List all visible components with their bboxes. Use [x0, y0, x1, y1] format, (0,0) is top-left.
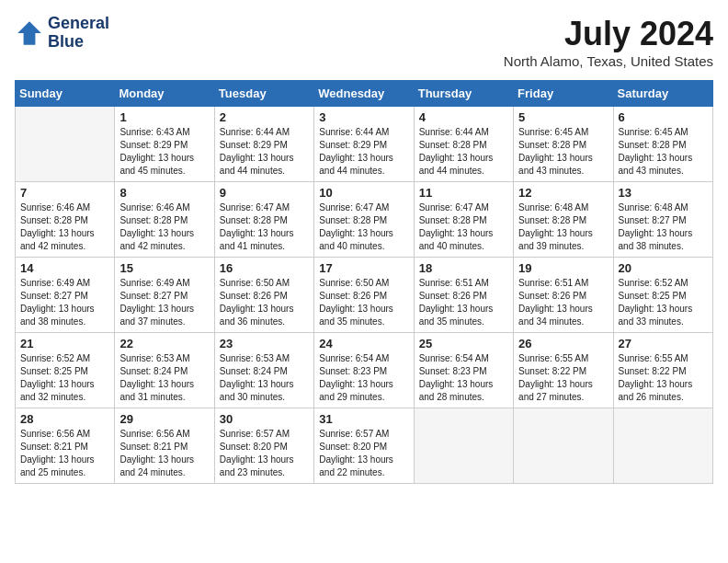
day-number: 7 — [20, 186, 109, 200]
cell-info: Sunrise: 6:56 AM Sunset: 8:21 PM Dayligh… — [20, 428, 109, 479]
calendar-table: SundayMondayTuesdayWednesdayThursdayFrid… — [15, 80, 713, 484]
calendar-cell: 12 Sunrise: 6:48 AM Sunset: 8:28 PM Dayl… — [514, 182, 613, 258]
calendar-cell: 9 Sunrise: 6:47 AM Sunset: 8:28 PM Dayli… — [214, 182, 313, 258]
cell-info: Sunrise: 6:44 AM Sunset: 8:29 PM Dayligh… — [220, 126, 309, 178]
cell-info: Sunrise: 6:50 AM Sunset: 8:26 PM Dayligh… — [220, 277, 309, 328]
calendar-cell: 10 Sunrise: 6:47 AM Sunset: 8:28 PM Dayl… — [314, 182, 414, 258]
calendar-cell: 27 Sunrise: 6:55 AM Sunset: 8:22 PM Dayl… — [613, 333, 712, 408]
cell-info: Sunrise: 6:49 AM Sunset: 8:27 PM Dayligh… — [119, 277, 209, 328]
calendar-cell: 17 Sunrise: 6:50 AM Sunset: 8:26 PM Dayl… — [314, 258, 414, 333]
svg-marker-0 — [17, 21, 41, 45]
calendar-week-row: 14 Sunrise: 6:49 AM Sunset: 8:27 PM Dayl… — [16, 258, 713, 333]
day-number: 4 — [419, 110, 508, 124]
day-number: 20 — [619, 261, 708, 275]
cell-info: Sunrise: 6:54 AM Sunset: 8:23 PM Dayligh… — [319, 352, 408, 404]
weekday-header: Monday — [115, 81, 214, 107]
weekday-header: Wednesday — [314, 81, 414, 107]
calendar-cell: 22 Sunrise: 6:53 AM Sunset: 8:24 PM Dayl… — [115, 333, 214, 408]
day-number: 22 — [119, 337, 209, 350]
cell-info: Sunrise: 6:50 AM Sunset: 8:26 PM Dayligh… — [319, 277, 408, 328]
calendar-cell: 7 Sunrise: 6:46 AM Sunset: 8:28 PM Dayli… — [16, 182, 115, 258]
calendar-cell: 1 Sunrise: 6:43 AM Sunset: 8:29 PM Dayli… — [115, 107, 214, 182]
calendar-cell: 15 Sunrise: 6:49 AM Sunset: 8:27 PM Dayl… — [115, 258, 214, 333]
day-number: 23 — [220, 337, 309, 350]
day-number: 8 — [119, 186, 209, 200]
day-number: 17 — [319, 261, 408, 275]
cell-info: Sunrise: 6:44 AM Sunset: 8:28 PM Dayligh… — [419, 126, 508, 178]
cell-info: Sunrise: 6:48 AM Sunset: 8:27 PM Dayligh… — [619, 201, 708, 253]
cell-info: Sunrise: 6:46 AM Sunset: 8:28 PM Dayligh… — [119, 201, 209, 253]
cell-info: Sunrise: 6:57 AM Sunset: 8:20 PM Dayligh… — [220, 428, 309, 479]
calendar-cell: 21 Sunrise: 6:52 AM Sunset: 8:25 PM Dayl… — [16, 333, 115, 408]
day-number: 14 — [20, 261, 109, 275]
day-number: 21 — [20, 337, 109, 350]
calendar-cell: 25 Sunrise: 6:54 AM Sunset: 8:23 PM Dayl… — [414, 333, 513, 408]
calendar-cell: 30 Sunrise: 6:57 AM Sunset: 8:20 PM Dayl… — [214, 408, 313, 484]
calendar-cell: 24 Sunrise: 6:54 AM Sunset: 8:23 PM Dayl… — [314, 333, 414, 408]
title-block: July 2024 North Alamo, Texas, United Sta… — [504, 15, 713, 69]
cell-info: Sunrise: 6:46 AM Sunset: 8:28 PM Dayligh… — [20, 201, 109, 253]
day-number: 3 — [319, 110, 408, 124]
weekday-header: Thursday — [414, 81, 513, 107]
calendar-cell — [514, 408, 613, 484]
weekday-header: Tuesday — [214, 81, 313, 107]
calendar-cell: 2 Sunrise: 6:44 AM Sunset: 8:29 PM Dayli… — [214, 107, 313, 182]
day-number: 10 — [319, 186, 408, 200]
calendar-cell: 29 Sunrise: 6:56 AM Sunset: 8:21 PM Dayl… — [115, 408, 214, 484]
day-number: 2 — [220, 110, 309, 124]
cell-info: Sunrise: 6:47 AM Sunset: 8:28 PM Dayligh… — [419, 201, 508, 253]
day-number: 29 — [119, 412, 209, 426]
logo: General Blue — [15, 15, 109, 52]
day-number: 28 — [20, 412, 109, 426]
cell-info: Sunrise: 6:45 AM Sunset: 8:28 PM Dayligh… — [518, 126, 608, 178]
calendar-cell: 19 Sunrise: 6:51 AM Sunset: 8:26 PM Dayl… — [514, 258, 613, 333]
day-number: 30 — [220, 412, 309, 426]
calendar-cell: 3 Sunrise: 6:44 AM Sunset: 8:29 PM Dayli… — [314, 107, 414, 182]
calendar-cell: 4 Sunrise: 6:44 AM Sunset: 8:28 PM Dayli… — [414, 107, 513, 182]
cell-info: Sunrise: 6:49 AM Sunset: 8:27 PM Dayligh… — [20, 277, 109, 328]
logo-text: General Blue — [48, 15, 109, 52]
day-number: 25 — [419, 337, 508, 350]
calendar-cell: 18 Sunrise: 6:51 AM Sunset: 8:26 PM Dayl… — [414, 258, 513, 333]
day-number: 12 — [518, 186, 608, 200]
calendar-cell: 26 Sunrise: 6:55 AM Sunset: 8:22 PM Dayl… — [514, 333, 613, 408]
weekday-header: Friday — [514, 81, 613, 107]
day-number: 9 — [220, 186, 309, 200]
calendar-cell: 20 Sunrise: 6:52 AM Sunset: 8:25 PM Dayl… — [613, 258, 712, 333]
calendar-cell: 23 Sunrise: 6:53 AM Sunset: 8:24 PM Dayl… — [214, 333, 313, 408]
day-number: 31 — [319, 412, 408, 426]
day-number: 27 — [619, 337, 708, 350]
day-number: 1 — [119, 110, 209, 124]
cell-info: Sunrise: 6:48 AM Sunset: 8:28 PM Dayligh… — [518, 201, 608, 253]
cell-info: Sunrise: 6:56 AM Sunset: 8:21 PM Dayligh… — [119, 428, 209, 479]
calendar-cell: 31 Sunrise: 6:57 AM Sunset: 8:20 PM Dayl… — [314, 408, 414, 484]
logo-icon — [15, 18, 44, 48]
calendar-cell: 5 Sunrise: 6:45 AM Sunset: 8:28 PM Dayli… — [514, 107, 613, 182]
cell-info: Sunrise: 6:57 AM Sunset: 8:20 PM Dayligh… — [319, 428, 408, 479]
day-number: 11 — [419, 186, 508, 200]
calendar-cell: 28 Sunrise: 6:56 AM Sunset: 8:21 PM Dayl… — [16, 408, 115, 484]
calendar-cell — [414, 408, 513, 484]
cell-info: Sunrise: 6:47 AM Sunset: 8:28 PM Dayligh… — [220, 201, 309, 253]
month-title: July 2024 — [504, 15, 713, 53]
day-number: 26 — [518, 337, 608, 350]
cell-info: Sunrise: 6:54 AM Sunset: 8:23 PM Dayligh… — [419, 352, 508, 404]
calendar-week-row: 1 Sunrise: 6:43 AM Sunset: 8:29 PM Dayli… — [16, 107, 713, 182]
day-number: 19 — [518, 261, 608, 275]
cell-info: Sunrise: 6:43 AM Sunset: 8:29 PM Dayligh… — [119, 126, 209, 178]
calendar-week-row: 28 Sunrise: 6:56 AM Sunset: 8:21 PM Dayl… — [16, 408, 713, 484]
day-number: 16 — [220, 261, 309, 275]
cell-info: Sunrise: 6:51 AM Sunset: 8:26 PM Dayligh… — [518, 277, 608, 328]
day-number: 5 — [518, 110, 608, 124]
calendar-cell: 14 Sunrise: 6:49 AM Sunset: 8:27 PM Dayl… — [16, 258, 115, 333]
cell-info: Sunrise: 6:52 AM Sunset: 8:25 PM Dayligh… — [619, 277, 708, 328]
calendar-week-row: 7 Sunrise: 6:46 AM Sunset: 8:28 PM Dayli… — [16, 182, 713, 258]
calendar-cell — [613, 408, 712, 484]
calendar-cell: 6 Sunrise: 6:45 AM Sunset: 8:28 PM Dayli… — [613, 107, 712, 182]
weekday-header: Saturday — [613, 81, 712, 107]
cell-info: Sunrise: 6:51 AM Sunset: 8:26 PM Dayligh… — [419, 277, 508, 328]
cell-info: Sunrise: 6:53 AM Sunset: 8:24 PM Dayligh… — [119, 352, 209, 404]
weekday-header: Sunday — [16, 81, 115, 107]
weekday-header-row: SundayMondayTuesdayWednesdayThursdayFrid… — [16, 81, 713, 107]
day-number: 15 — [119, 261, 209, 275]
